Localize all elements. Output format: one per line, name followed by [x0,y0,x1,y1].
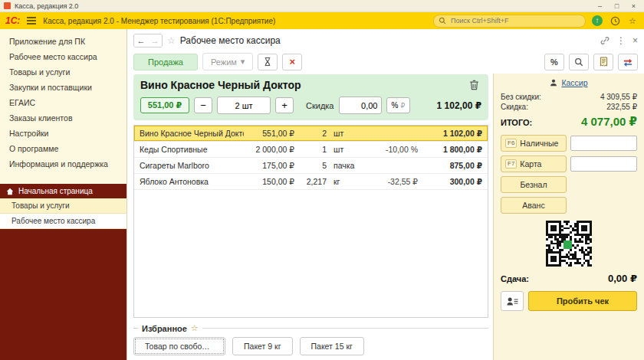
minimize-button[interactable]: – [593,1,606,11]
star-icon[interactable]: ☆ [191,323,199,333]
cashless-payment-button[interactable]: Безнал [501,176,567,193]
favorite-free-price-button[interactable]: Товар по свободн... [133,337,225,355]
cashier-link[interactable]: Кассир [561,78,587,87]
sidebar-item-goods-services[interactable]: Товары и услуги [0,64,127,80]
sidebar-item-about[interactable]: О программе [0,141,127,156]
favorite-bag-15kg-button[interactable]: Пакет 15 кг [300,337,364,355]
open-window-cashier-workplace[interactable]: Рабочее место кассира [0,214,127,229]
favorite-toggle-icon[interactable]: ☆ [167,35,176,46]
ruble-icon: ₽ [400,102,405,110]
1c-logo: 1С: [5,15,20,26]
sidebar-item-cashier-workplace[interactable]: Рабочее место кассира [0,49,127,64]
subtotal-label: Без скидки: [501,93,541,101]
cancel-receipt-button[interactable]: × [282,54,302,70]
item-qty: 1 [294,145,327,154]
discount-input[interactable] [339,97,382,114]
sidebar-item-support[interactable]: Информация и поддержка [0,156,127,172]
item-discount: -32,55 ₽ [370,177,418,186]
exchange-icon [623,57,632,67]
delete-line-button[interactable] [467,79,481,91]
open-window-goods-services[interactable]: Товары и услуги [0,198,127,214]
select-customer-button[interactable] [501,291,524,311]
discounts-button[interactable]: % [544,54,564,70]
maximize-button[interactable]: □ [610,1,623,11]
history-button[interactable] [609,15,621,27]
open-windows-header-label: Начальная страница [18,187,93,195]
sidebar-item-pc-app[interactable]: Приложение для ПК [0,34,127,49]
total-row: ИТОГО: 4 077,00 ₽ [501,115,637,129]
postpone-receipt-button[interactable] [258,54,278,70]
qr-wrap [501,221,637,267]
item-qty: 5 [294,161,327,170]
favorites-button[interactable]: ☆ [626,15,639,27]
cash-payment-button[interactable]: F6 Наличные [501,135,567,152]
item-total: 1 102,00 ₽ [418,129,482,138]
more-button[interactable]: ⋮ [616,35,626,46]
open-windows-panel-fill [0,229,127,360]
card-payment-button[interactable]: F7 Карта [501,155,567,172]
sidebar-sections: Приложение для ПК Рабочее место кассира … [0,29,127,172]
checkout-button[interactable]: Пробить чек [528,291,637,311]
item-price: 551,00 ₽ [244,129,294,138]
update-icon: ↑ [592,15,603,26]
sidebar: Приложение для ПК Рабочее место кассира … [0,29,127,360]
item-unit: шт [327,129,370,138]
receipts-list-button[interactable] [593,54,613,70]
increase-qty-button[interactable]: + [275,97,294,113]
discount-row: Скидка: 232,55 ₽ [501,103,637,111]
mode-dropdown[interactable]: Режим ▾ [202,53,253,70]
sidebar-item-customer-orders[interactable]: Заказы клиентов [0,110,127,126]
current-product-card: Вино Красное Черный Доктор 551,00 ₽ − [133,74,488,120]
cash-amount-input[interactable] [570,136,637,151]
subtotal-value: 4 309,55 ₽ [600,93,637,101]
person-list-icon [507,296,518,306]
get-link-button[interactable] [600,36,610,45]
table-row[interactable]: Вино Красное Черный Доктор 551,00 ₽ 2 шт… [134,126,488,142]
quantity-input[interactable] [217,97,271,114]
sidebar-item-settings[interactable]: Настройки [0,126,127,141]
discount-unit-button[interactable]: % ₽ [386,97,411,113]
total-value: 4 077,00 ₽ [581,115,637,129]
sidebar-item-purchases-suppliers[interactable]: Закупки и поставщики [0,80,127,95]
window-title: Касса, редакция 2.0 [15,2,590,10]
window-close-button[interactable]: × [627,1,640,11]
subtotal-row: Без скидки: 4 309,55 ₽ [501,93,637,101]
updates-button[interactable]: ↑ [591,15,603,27]
advance-payment-button[interactable]: Аванс [501,197,567,214]
unit-price-box: 551,00 ₽ [140,97,189,113]
app-header: 1С: Касса, редакция 2.0 - Менеджер тести… [0,12,644,29]
receipt-icon [600,57,608,67]
main-menu-icon[interactable] [27,20,36,21]
global-search-input[interactable] [449,16,580,25]
percent-icon: % [550,57,558,67]
search-icon [439,17,446,25]
table-row[interactable]: Кеды Спортивные 2 000,00 ₽ 1 шт -10,00 %… [134,142,488,158]
favorite-bag-9kg-button[interactable]: Пакет 9 кг [232,337,293,355]
page-close-button[interactable]: × [632,35,638,46]
history-nav: ← → [133,34,163,47]
window-titlebar: Касса, редакция 2.0 – □ × [0,0,644,12]
global-search[interactable] [433,15,586,28]
open-windows-header[interactable]: Начальная страница [0,184,127,198]
item-unit: шт [327,145,370,154]
sale-button[interactable]: Продажа [133,54,198,70]
item-total: 1 800,00 ₽ [418,145,482,154]
exchange-button[interactable] [618,54,638,70]
back-button[interactable]: ← [134,34,148,47]
table-row[interactable]: Яблоко Антоновка 150,00 ₽ 2,217 кг -32,5… [134,174,488,190]
table-row[interactable]: Сигареты Marlboro 175,00 ₽ 5 пачка 875,0… [134,158,488,174]
page-header: ← → ☆ Рабочее место кассира ⋮ × [127,29,644,50]
qr-code [546,221,592,267]
product-search-button[interactable] [569,54,589,70]
forward-button[interactable]: → [148,34,162,47]
clock-icon [610,16,620,26]
card-amount-input[interactable] [570,156,637,172]
favorites-buttons: Товар по свободн... Пакет 9 кг Пакет 15 … [133,337,488,355]
decrease-qty-button[interactable]: − [194,97,212,113]
trash-icon [469,80,479,90]
app-title: Касса, редакция 2.0 - Менеджер тестирова… [43,17,275,25]
discount-total-label: Скидка: [501,103,528,111]
sidebar-item-egais[interactable]: ЕГАИС [0,95,127,110]
product-name: Вино Красное Черный Доктор [140,79,301,91]
sidebar-spacer [0,172,127,184]
